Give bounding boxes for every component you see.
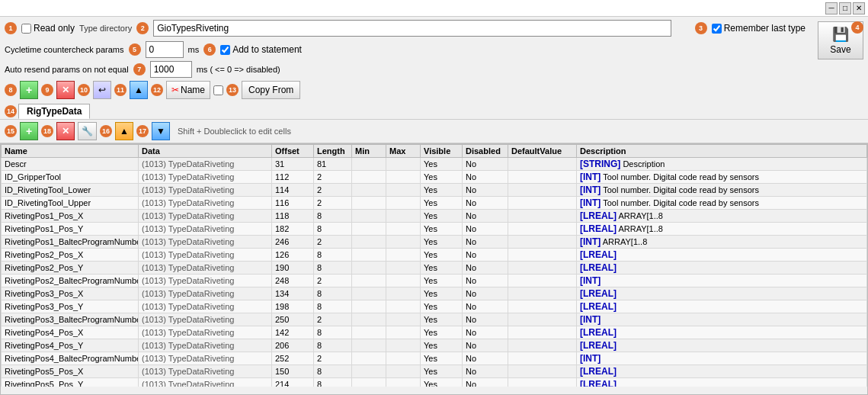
table-row[interactable]: Descr(1013) TypeDataRiveting3181YesNo[ST… <box>2 158 867 171</box>
table-cell: [LREAL] <box>577 365 867 378</box>
tab-label: RigTypeData <box>27 106 82 117</box>
table-cell: 31 <box>272 158 314 171</box>
table-cell: RivetingPos1_BaltecProgramNumber <box>2 236 139 249</box>
table-row[interactable]: RivetingPos1_BaltecProgramNumber(1013) T… <box>2 236 867 249</box>
col-header-name: Name <box>2 145 139 158</box>
copy-from-checkbox[interactable] <box>213 85 223 95</box>
remember-last-type-checkbox[interactable] <box>712 24 722 34</box>
table-cell <box>508 287 577 300</box>
badge-6: 6 <box>203 43 216 56</box>
table-cell: [LREAL] <box>577 300 867 313</box>
read-only-checkbox-label[interactable]: Read only <box>21 23 75 34</box>
add-button[interactable]: + <box>20 81 38 99</box>
cycletime-input[interactable] <box>146 41 184 58</box>
badge-14: 14 <box>5 105 17 117</box>
table-cell <box>352 262 386 275</box>
table-cell <box>352 300 386 313</box>
table-cell: 8 <box>314 300 352 313</box>
table-cell: 150 <box>272 365 314 378</box>
table-cell: [STRING] Description <box>577 158 867 171</box>
table-cell <box>352 171 386 184</box>
table-row[interactable]: RivetingPos4_BaltecProgramNumber(1013) T… <box>2 352 867 365</box>
table-row[interactable]: RivetingPos2_Pos_X(1013) TypeDataRivetin… <box>2 249 867 262</box>
table-cell: Yes <box>421 339 463 352</box>
table-cell: No <box>463 287 508 300</box>
table-cell: 8 <box>314 365 352 378</box>
table-row[interactable]: RivetingPos3_BaltecProgramNumber(1013) T… <box>2 313 867 326</box>
read-only-checkbox[interactable] <box>21 24 31 34</box>
close-button[interactable]: ✕ <box>853 2 865 14</box>
name-button[interactable]: ✂ Name <box>166 81 210 99</box>
table-cell <box>352 326 386 339</box>
sub-toolbar: 15 + 18 ✕ 🔧 16 ▲ 17 ▼ Shift + Doubleclic… <box>0 119 868 143</box>
section-delete-button[interactable]: ✕ <box>56 122 75 140</box>
table-cell <box>508 326 577 339</box>
table-row[interactable]: RivetingPos4_Pos_Y(1013) TypeDataRivetin… <box>2 339 867 352</box>
table-row[interactable]: RivetingPos1_Pos_Y(1013) TypeDataRivetin… <box>2 223 867 236</box>
table-cell: Yes <box>421 262 463 275</box>
table-cell: (1013) TypeDataRiveting <box>139 378 272 387</box>
table-cell: 2 <box>314 197 352 210</box>
section-add-button[interactable]: + <box>20 122 38 140</box>
table-cell: No <box>463 275 508 287</box>
undo-button[interactable]: ↩ <box>93 81 111 99</box>
table-cell: RivetingPos2_Pos_Y <box>2 262 139 275</box>
data-table: Name Data Offset Length Min Max Visible … <box>1 144 867 387</box>
plus-icon: + <box>26 84 32 96</box>
table-cell: 8 <box>314 262 352 275</box>
table-cell: No <box>463 262 508 275</box>
table-cell: 2 <box>314 184 352 197</box>
table-cell <box>352 197 386 210</box>
scissors-icon: ✂ <box>171 85 179 95</box>
table-cell: Yes <box>421 287 463 300</box>
table-row[interactable]: RivetingPos5_Pos_X(1013) TypeDataRivetin… <box>2 365 867 378</box>
table-row[interactable]: ID_RivetingTool_Upper(1013) TypeDataRive… <box>2 197 867 210</box>
badge-11: 11 <box>114 84 127 96</box>
section-tabs: 14 RigTypeData <box>0 101 868 119</box>
table-cell: (1013) TypeDataRiveting <box>139 184 272 197</box>
badge-10: 10 <box>78 84 90 96</box>
col-header-data: Data <box>139 145 272 158</box>
table-row[interactable]: RivetingPos3_Pos_Y(1013) TypeDataRivetin… <box>2 300 867 313</box>
table-cell: [INT] Tool number. Digital code read by … <box>577 197 867 210</box>
table-row[interactable]: RivetingPos5_Pos_Y(1013) TypeDataRivetin… <box>2 378 867 387</box>
copy-from-checkbox-label[interactable] <box>213 85 223 95</box>
add-to-statement-label[interactable]: Add to statement <box>220 44 302 55</box>
table-header-row: Name Data Offset Length Min Max Visible … <box>2 145 867 158</box>
table-cell <box>386 158 421 171</box>
maximize-button[interactable]: □ <box>839 2 851 14</box>
table-cell <box>386 313 421 326</box>
table-row[interactable]: RivetingPos4_Pos_X(1013) TypeDataRivetin… <box>2 326 867 339</box>
table-cell: (1013) TypeDataRiveting <box>139 287 272 300</box>
table-body: Descr(1013) TypeDataRiveting3181YesNo[ST… <box>2 158 867 387</box>
rig-type-data-tab[interactable]: RigTypeData <box>18 104 90 119</box>
table-cell <box>508 378 577 387</box>
table-row[interactable]: RivetingPos3_Pos_X(1013) TypeDataRivetin… <box>2 287 867 300</box>
up-button[interactable]: ▲ <box>130 81 148 99</box>
copy-from-button[interactable]: Copy From <box>242 81 300 99</box>
section-wrench-button[interactable]: 🔧 <box>78 122 97 140</box>
auto-resend-input[interactable] <box>150 61 192 78</box>
type-directory-input[interactable] <box>153 20 671 37</box>
table-cell: [INT] <box>577 313 867 326</box>
add-to-statement-checkbox[interactable] <box>220 45 230 55</box>
table-cell: 190 <box>272 262 314 275</box>
table-cell <box>508 236 577 249</box>
table-cell: Yes <box>421 210 463 223</box>
table-cell <box>386 365 421 378</box>
table-row[interactable]: RivetingPos1_Pos_X(1013) TypeDataRivetin… <box>2 210 867 223</box>
table-row[interactable]: ID_GripperTool(1013) TypeDataRiveting112… <box>2 171 867 184</box>
table-cell: 2 <box>314 352 352 365</box>
remember-last-type-label[interactable]: Remember last type <box>712 23 806 34</box>
table-row[interactable]: ID_RivetingTool_Lower(1013) TypeDataRive… <box>2 184 867 197</box>
table-cell: (1013) TypeDataRiveting <box>139 158 272 171</box>
table-row[interactable]: RivetingPos2_BaltecProgramNumber(1013) T… <box>2 275 867 287</box>
table-scroll-area[interactable]: Name Data Offset Length Min Max Visible … <box>1 144 867 387</box>
delete-button[interactable]: ✕ <box>56 81 75 99</box>
section-up-button[interactable]: ▲ <box>115 122 133 140</box>
undo-icon: ↩ <box>98 85 106 95</box>
table-cell: [LREAL] <box>577 378 867 387</box>
section-down-button[interactable]: ▼ <box>152 122 170 140</box>
minimize-button[interactable]: ─ <box>825 2 838 14</box>
table-row[interactable]: RivetingPos2_Pos_Y(1013) TypeDataRivetin… <box>2 262 867 275</box>
